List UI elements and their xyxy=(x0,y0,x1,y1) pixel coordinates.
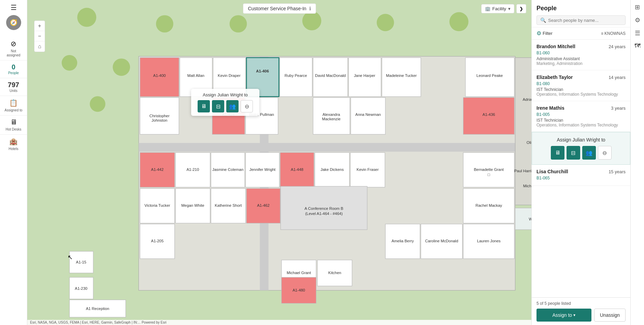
person-title: IST Technician xyxy=(536,87,626,92)
assign-desk-button[interactable]: 🖥 xyxy=(198,100,210,112)
person-years: 15 years xyxy=(609,169,626,174)
person-title: IST Technician xyxy=(536,118,626,123)
person-name: Lisa Churchill xyxy=(536,169,568,174)
layers-icon[interactable]: ⊞ xyxy=(635,3,640,11)
svg-text:Jake Dickens: Jake Dickens xyxy=(320,167,344,172)
hot-desks-icon: 🖥 xyxy=(10,118,17,126)
zoom-in-button[interactable]: + xyxy=(34,21,45,31)
person-years: 14 years xyxy=(609,75,626,80)
phase-title: Customer Service Phase-In ℹ xyxy=(243,3,316,14)
knownas-button[interactable]: ≡ KNOWNAS xyxy=(601,31,626,36)
person-room: B1-005 xyxy=(536,112,626,117)
search-icon: 🔍 xyxy=(540,17,546,23)
facility-button[interactable]: 🏢 Facility ▾ xyxy=(481,4,514,13)
map-zoom-controls: + − ⌂ xyxy=(34,21,45,52)
person-card-lisa-churchill[interactable]: Lisa Churchill 15 years B1-065 xyxy=(532,165,630,186)
right-panel: People 🔍 ⚙ Filter ≡ KNOWNAS Brandon Mitc… xyxy=(531,0,630,325)
people-count-text: 5 of 5 people listed xyxy=(536,301,626,306)
svg-text:Amelia Berry: Amelia Berry xyxy=(391,239,414,243)
hotels-icon: 🏨 xyxy=(9,137,18,146)
filter-bar: ⚙ Filter ≡ KNOWNAS xyxy=(532,27,630,40)
assign-to-chevron-icon: ▾ xyxy=(573,313,575,317)
assign-card-people-button[interactable]: 👥 xyxy=(582,146,596,160)
tree xyxy=(62,55,77,71)
assign-to-button[interactable]: Assign to ▾ xyxy=(536,309,591,322)
people-list: Brandon Mitchell 24 years B1-060 Adminis… xyxy=(532,40,630,297)
facility-dropdown-icon: ▾ xyxy=(508,6,511,11)
search-input[interactable] xyxy=(548,18,622,23)
bottom-bar: 5 of 5 people listed Assign to ▾ Unassig… xyxy=(532,297,630,325)
svg-text:Ruby Pearce: Ruby Pearce xyxy=(285,73,307,78)
sidebar-item-hotels[interactable]: 🏨 Hotels xyxy=(0,135,27,154)
menu-icon[interactable]: ☰ xyxy=(11,3,17,12)
list-icon[interactable]: ☰ xyxy=(635,29,640,37)
person-name: Elizabeth Taylor xyxy=(536,75,573,80)
facility-label: Facility xyxy=(492,6,506,11)
filter-icon: ⚙ xyxy=(536,30,541,37)
svg-text:Bernadette Grant: Bernadette Grant xyxy=(474,167,504,172)
svg-text:Matt Allan: Matt Allan xyxy=(187,73,204,78)
svg-text:Anna Newman: Anna Newman xyxy=(355,112,381,117)
svg-text:Jennifer Wright: Jennifer Wright xyxy=(249,167,276,172)
assign-card-desk-button[interactable]: 🖥 xyxy=(551,146,564,160)
person-years: 3 years xyxy=(611,106,626,111)
svg-text:David MacDonald: David MacDonald xyxy=(315,73,346,78)
assign-people-button[interactable]: 👥 xyxy=(226,100,239,112)
info-icon[interactable]: ℹ xyxy=(309,6,311,11)
sidebar-item-units[interactable]: 797 Units xyxy=(0,78,27,96)
map-icon[interactable]: 🗺 xyxy=(634,42,641,50)
sidebar-item-assigned-to[interactable]: 📋 Assigned to xyxy=(0,96,27,116)
svg-text:A1-210: A1-210 xyxy=(187,167,199,172)
svg-text:Paul Harris: Paul Harris xyxy=(514,169,531,173)
svg-text:A1-442: A1-442 xyxy=(151,167,164,172)
assign-table-button[interactable]: ⊟ xyxy=(212,100,224,112)
facility-icon: 🏢 xyxy=(485,6,490,11)
svg-text:Kitchen: Kitchen xyxy=(328,271,341,275)
filter-button[interactable]: ⚙ Filter xyxy=(536,30,553,37)
map-assign-popup: Assign Julian Wright to 🖥 ⊟ 👥 ⊖ xyxy=(191,89,259,116)
svg-text:Kevin Fraser: Kevin Fraser xyxy=(357,167,379,172)
svg-text:Oliver Berry: Oliver Berry xyxy=(527,140,531,145)
expand-button[interactable]: ❯ xyxy=(516,4,526,13)
phase-title-text: Customer Service Phase-In xyxy=(248,6,306,11)
svg-text:Alexandra: Alexandra xyxy=(323,112,340,117)
svg-text:Michael Langdo: Michael Langdo xyxy=(523,184,531,188)
settings-icon[interactable]: ⚙ xyxy=(635,16,640,24)
svg-text:Johnston: Johnston xyxy=(152,118,167,122)
floor-plan-svg[interactable]: A1-400 Matt Allan Kevin Draper A1-406 Ru… xyxy=(27,0,531,325)
svg-text:Lauren Jones: Lauren Jones xyxy=(477,239,501,243)
unassign-button[interactable]: Unassign xyxy=(594,309,626,322)
sidebar-item-people[interactable]: 0 People xyxy=(0,60,27,78)
filter-label: Filter xyxy=(543,31,553,36)
svg-text:Victoria Tucker: Victoria Tucker xyxy=(144,203,170,207)
sidebar-item-not-assigned[interactable]: ⊘ Notassigned xyxy=(0,37,27,60)
home-button[interactable]: ⌂ xyxy=(34,41,45,52)
right-building xyxy=(515,58,531,205)
person-room: B1-065 xyxy=(536,176,626,180)
svg-text:Caroline McDonald: Caroline McDonald xyxy=(425,239,458,243)
person-card-brandon-mitchell[interactable]: Brandon Mitchell 24 years B1-060 Adminis… xyxy=(532,40,630,70)
sidebar-item-hot-desks[interactable]: 🖥 Hot Desks xyxy=(0,116,27,135)
search-box[interactable]: 🔍 xyxy=(536,15,626,25)
compass-button[interactable]: 🧭 xyxy=(6,15,21,30)
not-assigned-label: Notassigned xyxy=(6,49,20,57)
map-assign-title: Assign Julian Wright to xyxy=(196,92,255,97)
svg-text:A1-205: A1-205 xyxy=(151,239,164,243)
assign-card-remove-button[interactable]: ⊖ xyxy=(598,146,612,160)
people-label: People xyxy=(8,71,19,75)
map-area[interactable]: Customer Service Phase-In ℹ 🏢 Facility ▾… xyxy=(27,0,531,325)
person-dept: Operations, Information Systems Technolo… xyxy=(536,92,626,97)
svg-text:Rachel Mackay: Rachel Mackay xyxy=(475,203,502,207)
map-assign-actions: 🖥 ⊟ 👥 ⊖ xyxy=(196,100,255,112)
assign-remove-button[interactable]: ⊖ xyxy=(241,100,253,112)
person-room: B1-080 xyxy=(536,81,626,86)
bottom-actions: Assign to ▾ Unassign xyxy=(536,309,626,322)
person-card-irene-mathis[interactable]: Irene Mathis 3 years B1-005 IST Technici… xyxy=(532,101,630,132)
svg-text:Christopher: Christopher xyxy=(149,114,170,118)
far-right-panel: ⊞ ⚙ ☰ 🗺 xyxy=(630,0,644,325)
zoom-out-button[interactable]: − xyxy=(34,31,45,41)
right-panel-title: People xyxy=(536,5,626,12)
person-card-elizabeth-taylor[interactable]: Elizabeth Taylor 14 years B1-080 IST Tec… xyxy=(532,70,630,101)
assign-card-table-button[interactable]: ⊟ xyxy=(567,146,580,160)
assigned-to-label: Assigned to xyxy=(4,108,22,112)
